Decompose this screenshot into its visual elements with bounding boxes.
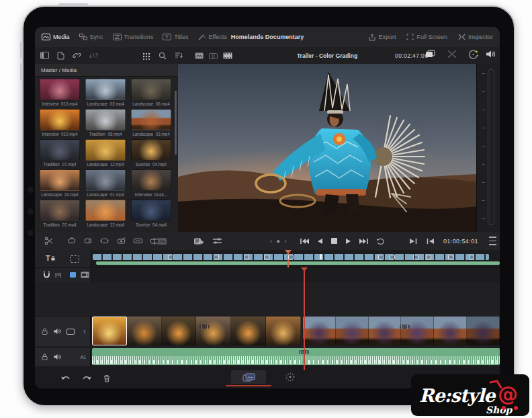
search-icon[interactable]	[159, 52, 167, 60]
full-screen-button[interactable]: Full Screen	[406, 34, 447, 40]
audio-track-1: A1 [··]	[35, 347, 500, 366]
app-screen: Media Sync Transitions Titles	[35, 27, 500, 388]
snapshot-tool[interactable]	[157, 232, 167, 250]
timeline-body: 1 [··] [··] A1	[35, 282, 500, 366]
export-button[interactable]: Export	[369, 34, 396, 41]
play-icon[interactable]	[345, 238, 351, 245]
slip-edit-icon[interactable]	[133, 237, 143, 245]
view-tools	[142, 47, 183, 64]
clip-marker-badge[interactable]: [··]	[400, 325, 410, 329]
inspector-label: Inspector	[468, 34, 493, 40]
media-page-button[interactable]	[231, 370, 266, 384]
link-clips-icon[interactable]	[73, 52, 81, 59]
meter-tick	[482, 164, 485, 165]
sort-icon[interactable]	[175, 52, 183, 59]
timeline-clip-sunset[interactable]	[92, 317, 301, 345]
media-clip[interactable]: Landscape_24.mp4	[39, 169, 81, 197]
delete-button[interactable]	[103, 373, 110, 385]
transform-icon[interactable]	[447, 50, 457, 58]
snapping-button[interactable]	[43, 271, 50, 279]
playback-options-button[interactable]	[193, 232, 204, 250]
timeline-audio-clip[interactable]	[92, 348, 500, 365]
color-page-button[interactable]	[285, 372, 296, 385]
inspector-button[interactable]: Inspector	[458, 34, 493, 40]
media-clip[interactable]: Landscape_06.mp4	[130, 79, 172, 106]
bezel-dot	[28, 230, 34, 236]
trim-end-icon[interactable]	[83, 237, 93, 245]
next-edit-icon[interactable]	[410, 238, 417, 245]
speaker-icon[interactable]	[53, 328, 61, 335]
timeline-playhead[interactable]	[304, 267, 305, 370]
minimap-marker-box	[426, 255, 431, 259]
camera-grab-icon[interactable]	[425, 50, 436, 58]
timeline-options-menu[interactable]	[489, 232, 496, 250]
selection-box-tool[interactable]	[70, 255, 79, 263]
marker-tool-button[interactable]: [⊙]	[55, 271, 60, 278]
full-screen-icon	[406, 34, 414, 40]
tab-transitions[interactable]: Transitions	[113, 34, 154, 40]
tab-effects[interactable]: Effects	[197, 34, 226, 41]
skip-start-icon[interactable]	[300, 238, 309, 245]
insert-clip-button[interactable]	[81, 271, 89, 278]
roll-edit-icon[interactable]	[99, 237, 109, 245]
clip-view-icon[interactable]	[195, 52, 204, 59]
clip-marker-badge[interactable]: [··]	[200, 325, 210, 329]
tab-media[interactable]: Media	[42, 34, 70, 40]
lock-icon[interactable]	[42, 353, 48, 360]
speaker-icon[interactable]	[486, 50, 496, 58]
skip-end-icon[interactable]	[359, 238, 368, 245]
tab-sync[interactable]: Sync	[79, 34, 103, 40]
clip-thumbnail-segment	[266, 317, 301, 345]
text-tool-button[interactable]: T	[46, 254, 55, 262]
viewer-panel[interactable]	[178, 64, 476, 232]
video-track-header: 1	[35, 316, 91, 346]
media-clip[interactable]: Landscape_12.mp4	[85, 139, 126, 167]
media-clip[interactable]: Tradition_06.mp4	[85, 109, 126, 136]
scissors-icon	[44, 237, 53, 245]
undo-button[interactable]	[60, 373, 71, 385]
monitor-icon[interactable]	[66, 329, 75, 335]
media-clip-name: Landscape_02.mp4	[85, 101, 126, 106]
media-clip[interactable]: Tradition_07.mp4	[39, 139, 81, 167]
play-reverse-icon[interactable]	[317, 238, 323, 245]
cut-button[interactable]	[44, 232, 53, 250]
tab-titles[interactable]: Titles	[163, 34, 188, 40]
viewer-title: Trailer - Color Grading	[297, 47, 357, 64]
media-clip[interactable]: Interview_010.mp4	[39, 109, 81, 136]
viewer-mode-tools	[195, 47, 232, 64]
speaker-icon[interactable]	[53, 353, 61, 360]
video-clips-lane: [··] [··]	[92, 317, 500, 345]
media-clip[interactable]: Sunrise_04.mp4	[130, 200, 172, 227]
new-bin-icon[interactable]	[57, 52, 64, 60]
media-pool-scrollbar[interactable]	[175, 91, 177, 155]
clip-thumbnail-segment	[196, 317, 231, 345]
timeline-minimap[interactable]	[91, 250, 500, 267]
prev-edit-icon[interactable]	[427, 238, 434, 245]
media-clip[interactable]: Tradition_07.mp4	[39, 200, 81, 227]
media-clip[interactable]: Interview_Dusk...	[130, 169, 172, 197]
unlink-clips-icon[interactable]	[89, 52, 98, 59]
filmstrip-view-icon[interactable]	[223, 52, 232, 59]
media-clip[interactable]: Interview_010.mp4	[39, 79, 81, 106]
stop-icon[interactable]	[331, 238, 337, 244]
lock-icon[interactable]	[42, 328, 48, 335]
loop-icon[interactable]	[376, 237, 385, 245]
media-clip[interactable]: Landscape_12.mp4	[85, 200, 126, 227]
media-clip[interactable]: Landscape_02.mp4	[85, 79, 126, 106]
breadcrumb[interactable]: Master / Media	[35, 64, 178, 77]
media-clip[interactable]: Landscape_01.mp4	[85, 169, 126, 197]
media-clip[interactable]: Sunrise_04.mp4	[130, 139, 172, 167]
media-clip[interactable]: Landscape_03.mp4	[130, 109, 172, 136]
trim-start-icon[interactable]	[67, 237, 77, 245]
timeline-clip-dancer[interactable]	[303, 317, 500, 345]
redo-button[interactable]	[82, 373, 92, 385]
sidebar-toggle-icon[interactable]	[40, 52, 49, 59]
jog-control[interactable]: ‹ ● ›	[270, 232, 287, 250]
thumbnail-view-icon[interactable]	[142, 52, 150, 60]
insert-clip-icon	[81, 271, 89, 278]
color-enhance-icon[interactable]	[468, 50, 478, 59]
flag-button[interactable]	[70, 272, 76, 278]
dynamic-trim-icon[interactable]	[116, 237, 126, 245]
mixer-button[interactable]	[212, 232, 222, 250]
camera-view-icon[interactable]	[209, 52, 218, 59]
